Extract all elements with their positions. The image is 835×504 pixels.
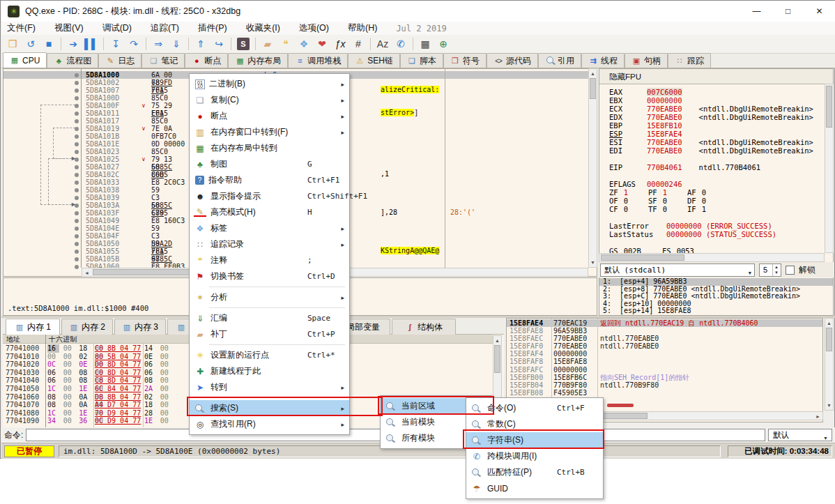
hex-byte[interactable]: 06 (144, 360, 156, 369)
hex-byte[interactable]: 28 (144, 409, 156, 418)
menu-item[interactable]: ☂ GUID (466, 480, 603, 496)
calling-convention-select[interactable]: 默认 (stdcall)▼ (600, 264, 755, 277)
argument-row[interactable]: 1: [esp+4] 96A59BB3 (599, 278, 833, 286)
menu-item[interactable]: ☻ 显示指令提示 Ctrl+Shift+F1 (190, 188, 349, 204)
menu-item[interactable]: ✚ 新建线程于此 (190, 363, 349, 379)
menu-item[interactable] (190, 342, 349, 347)
hex-byte[interactable]: 34 (47, 417, 59, 425)
tab-trace[interactable]: ∷ 跟踪 (668, 53, 711, 68)
minimize-button[interactable]: — (741, 1, 772, 22)
toolbar-separator[interactable] (101, 36, 106, 52)
tab-memory-3[interactable]: ▥内存 3 (114, 319, 166, 335)
menu-debug[interactable]: 调试(D) (102, 22, 132, 34)
stack-row[interactable]: 15E8FB00 15E8FB6C 指向SEH_Record[1]的指针 (507, 374, 822, 381)
hex-byte[interactable]: 00 (63, 376, 75, 385)
close-button[interactable]: ✕ (804, 1, 835, 22)
stack-vertical-scrollbar[interactable]: ▲ ▼ (825, 318, 834, 411)
hex-byte[interactable]: 0C (47, 360, 59, 369)
restart-icon[interactable]: ↺ (22, 36, 39, 52)
scroll-down-icon[interactable]: ▼ (589, 259, 597, 266)
menu-item[interactable]: ✳ 设置新的运行点 Ctrl+* (190, 347, 349, 363)
hex-byte[interactable]: 00 (63, 360, 75, 369)
tab-notes[interactable]: ❏ 笔记 (141, 53, 185, 68)
argument-row[interactable]: 5: [esp+14] 15E8FAE8 (599, 307, 833, 315)
disasm-vertical-scrollbar[interactable]: ▲ ▼ (588, 68, 597, 268)
scrollbar-thumb[interactable] (601, 254, 684, 261)
favorites-icon[interactable]: ❤ (314, 36, 330, 52)
run-to-user-code-icon[interactable]: ↪ (210, 36, 227, 52)
hex-byte[interactable]: 2A (144, 385, 156, 393)
menu-item[interactable]: ⚑ 切换书签 Ctrl+D (190, 268, 349, 284)
hide-fpu-button[interactable]: 隐藏FPU (599, 69, 833, 84)
toolbar-separator[interactable] (253, 36, 258, 52)
menu-item[interactable]: ● 断点 ▸ (190, 108, 349, 124)
tab-seh[interactable]: ⚠ SEH链 (348, 53, 400, 68)
argument-count-stepper[interactable]: 5▲▼ (759, 264, 781, 277)
tab-handles[interactable]: ▣ 句柄 (625, 53, 668, 68)
pause-icon[interactable]: ▌▌ (83, 36, 100, 52)
hex-byte[interactable]: 1C (47, 385, 59, 393)
scroll-up-icon[interactable]: ▲ (825, 319, 833, 327)
hex-byte[interactable]: 00 (160, 353, 172, 361)
menu-item[interactable]: ♣ 制图 G (190, 156, 349, 172)
hex-byte[interactable]: 00 (160, 393, 172, 402)
hex-byte[interactable]: 00 (160, 344, 172, 353)
hex-byte[interactable]: 08 (47, 401, 59, 409)
menu-help[interactable]: 帮助(H) (348, 22, 377, 34)
unlock-checkbox[interactable] (786, 266, 795, 275)
scroll-up-icon[interactable]: ▲ (493, 337, 501, 344)
menu-plugins[interactable]: 插件(P) (198, 22, 227, 34)
hex-byte[interactable]: 00 (160, 417, 172, 425)
tab-graph[interactable]: ♣ 流程图 (47, 53, 98, 68)
scrollbar-thumb[interactable] (494, 345, 500, 373)
hex-byte[interactable]: 0E (79, 360, 91, 369)
stack-row[interactable]: 15E8FAE8 96A59BB3 (507, 327, 822, 335)
menu-file[interactable]: 文件(F) (7, 22, 36, 34)
menu-item[interactable]: ▥ 在内存窗口中转到(F) ▸ (190, 124, 349, 140)
hex-byte[interactable]: 18 (144, 401, 156, 409)
stack-row[interactable]: 15E8FAF4 00000000 (507, 350, 822, 358)
register-value[interactable]: 007C6000 (647, 88, 682, 96)
register-value[interactable]: 15E8FB10 (647, 121, 682, 130)
menu-item[interactable]: ◎ 查找引用(R) ▸ (190, 416, 349, 432)
toolbar-separator[interactable] (144, 36, 148, 52)
hex-byte[interactable]: 02 (144, 393, 156, 402)
menu-item[interactable]: ✶ 分析 ▸ (190, 289, 349, 305)
register-value[interactable]: 00000000 (647, 96, 682, 105)
tab-memory-2[interactable]: ▥内存 2 (61, 319, 113, 335)
register-value[interactable]: 770EABE0 (647, 105, 682, 113)
hex-byte[interactable]: 08 (144, 376, 156, 385)
hex-byte[interactable]: 08 (47, 393, 59, 402)
step-into-icon[interactable]: ↧ (107, 36, 124, 52)
step-over-icon[interactable]: ↷ (125, 36, 142, 52)
run-to-cursor-icon[interactable]: ⇒ (150, 36, 167, 52)
menu-item[interactable]: 01 10 二进制(B) ▸ (190, 76, 349, 92)
hex-byte[interactable]: 00 (63, 344, 75, 353)
menu-item[interactable]: ? 指令帮助 Ctrl+F1 (190, 172, 349, 188)
hex-byte[interactable]: 06 (47, 376, 59, 385)
title-bar[interactable]: ✳ QQ.exe - PID: 268C - 模块: im.dll - 线程: … (1, 1, 835, 22)
labels-icon[interactable]: ❖ (296, 36, 312, 52)
run-icon[interactable]: ➔ (65, 36, 82, 52)
hex-byte[interactable]: 18 (79, 344, 91, 353)
tab-script[interactable]: ❏ 脚本 (400, 53, 443, 68)
hex-byte[interactable]: 1C (47, 409, 59, 418)
tab-log[interactable]: ✎ 日志 (98, 53, 141, 68)
register-value[interactable]: 770B4061 (647, 163, 682, 171)
hex-byte[interactable]: 00 (160, 376, 172, 385)
menu-item[interactable]: ▦ 在内存布局中转到 (190, 140, 349, 156)
stepper-arrows-icon[interactable]: ▲▼ (772, 264, 780, 276)
step-out-icon[interactable]: ⇓ (168, 36, 185, 52)
hash-icon[interactable]: # (350, 36, 367, 52)
menu-item[interactable] (190, 305, 349, 310)
calculator-icon[interactable]: ▦ (417, 36, 434, 52)
scroll-right-icon[interactable]: ► (814, 413, 822, 420)
hex-byte[interactable]: 06 (47, 369, 59, 377)
maximize-button[interactable]: □ (772, 1, 804, 22)
tab-breakpoints[interactable]: ● 断点 (185, 53, 228, 68)
tab-references[interactable]: 引用 (538, 53, 581, 68)
hex-byte[interactable]: 36 (79, 417, 91, 425)
scroll-left-icon[interactable]: ◄ (83, 269, 91, 277)
stop-icon[interactable]: ■ (40, 36, 57, 52)
execute-till-return-icon[interactable]: ⇑ (192, 36, 209, 52)
